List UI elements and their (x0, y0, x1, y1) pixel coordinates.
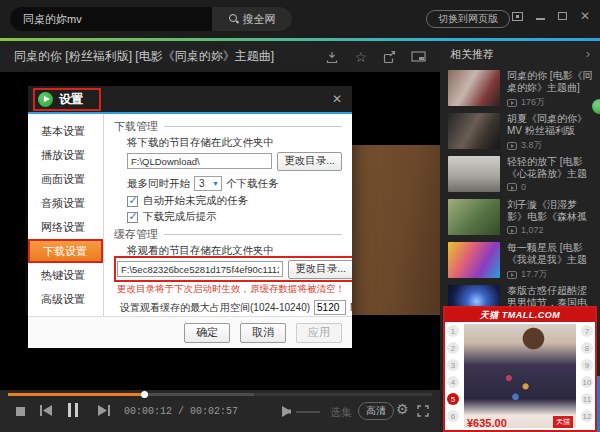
volume-slider[interactable] (296, 411, 320, 413)
ad-page-number[interactable]: 4 (447, 376, 459, 388)
related-item[interactable]: 胡夏《同桌的你》MV 粉丝福利版 3.8万 (440, 110, 600, 153)
chevron-right-icon[interactable]: › (586, 47, 590, 61)
minimize-icon[interactable] (536, 18, 545, 20)
notify-label: 下载完成后提示 (143, 210, 217, 224)
ad-pager-left: 1 2 3 4 5 6 (447, 325, 459, 422)
related-item[interactable]: 刘子漩《泪湿梦影》电影《森林孤影》主题 1,072 (440, 196, 600, 239)
dialog-close-icon[interactable]: ✕ (322, 92, 352, 106)
next-button[interactable] (98, 405, 110, 416)
dialog-title-annotation-box: 设置 (33, 88, 101, 111)
pause-button[interactable] (68, 403, 78, 417)
search-bar: 搜全网 (10, 7, 292, 31)
download-change-dir-button[interactable]: 更改目录... (277, 152, 342, 171)
video-thumbnail (448, 70, 500, 106)
nav-item-picture[interactable]: 画面设置 (28, 167, 103, 191)
video-title: 同桌的你 [粉丝福利版] [电影《同桌的妳》主题曲] (14, 48, 274, 65)
sidebar-header: 相关推荐 › (440, 41, 600, 67)
favorite-star-icon[interactable]: ☆ (354, 50, 367, 64)
video-header: 同桌的你 [粉丝福利版] [电影《同桌的妳》主题曲] ☆ (0, 41, 440, 72)
max-tasks-prefix: 最多同时开始 (127, 177, 190, 191)
related-item[interactable]: 同桌的你 [电影《同桌的妳》主题曲] 176万 (440, 67, 600, 110)
views-play-icon (507, 226, 517, 234)
mini-player-icon[interactable] (411, 50, 426, 63)
notify-checkbox[interactable] (127, 212, 138, 223)
episodes-button[interactable]: 选集 (330, 405, 352, 420)
search-icon (229, 14, 239, 24)
switch-to-web-button[interactable]: 切换到网页版 (426, 10, 510, 28)
nav-item-download[interactable]: 下载设置 (28, 239, 103, 263)
ad-page-number[interactable]: 9 (581, 359, 593, 371)
tmall-ad-brand: 天猫 TMALL.COM (445, 308, 595, 322)
nav-item-hotkeys[interactable]: 热键设置 (28, 263, 103, 287)
ad-page-number[interactable]: 7 (581, 325, 593, 337)
views-play-icon (507, 142, 517, 150)
cache-folder-input[interactable] (117, 261, 283, 277)
ad-product-image[interactable] (464, 324, 576, 428)
quality-button[interactable]: 高清 (358, 402, 394, 420)
max-tasks-select[interactable]: 3▼ (194, 176, 222, 191)
video-thumbnail (448, 156, 500, 192)
nav-item-audio[interactable]: 音频设置 (28, 191, 103, 215)
app-window: 搜全网 切换到网页版 ✕ 同桌的你 [粉丝福利版] [电影《同桌的妳》主题曲] … (0, 0, 600, 432)
notify-row: 下载完成后提示 (127, 210, 342, 224)
maximize-icon[interactable] (558, 12, 567, 20)
dialog-title: 设置 (59, 91, 83, 108)
ad-page-number[interactable]: 8 (581, 342, 593, 354)
volume-icon[interactable] (280, 406, 292, 417)
related-item[interactable]: 轻轻的放下 [电影《心花路放》主题曲] 0 (440, 153, 600, 196)
previous-button[interactable] (40, 405, 52, 416)
cancel-button[interactable]: 取消 (240, 323, 286, 343)
stop-button[interactable] (16, 407, 25, 416)
max-tasks-suffix: 个下载任务 (226, 177, 279, 191)
search-button-label: 搜全网 (243, 12, 276, 27)
download-icon[interactable] (325, 50, 339, 64)
cache-change-dir-button[interactable]: 更改目录... (288, 260, 352, 279)
views-count: 1,072 (521, 225, 544, 235)
ad-page-number[interactable]: 1 (447, 325, 459, 337)
settings-content: 下载管理 将下载的节目存储在此文件夹中 更改目录... 最多同时开始 3▼ 个下… (104, 114, 352, 316)
nav-item-playback[interactable]: 播放设置 (28, 143, 103, 167)
fullscreen-icon[interactable] (417, 405, 429, 417)
video-thumbnail (448, 199, 500, 235)
auto-start-row: 自动开始未完成的任务 (127, 194, 342, 208)
window-controls: ✕ (512, 11, 590, 21)
nav-item-basic[interactable]: 基本设置 (28, 119, 103, 143)
tmall-badge: 天猫 (553, 416, 573, 428)
download-folder-input[interactable] (127, 153, 272, 169)
share-icon[interactable] (382, 50, 396, 64)
close-icon[interactable]: ✕ (580, 11, 590, 21)
ok-button[interactable]: 确定 (184, 323, 230, 343)
ad-page-number[interactable]: 3 (447, 359, 459, 371)
player-settings-gear-icon[interactable]: ⚙ (396, 402, 409, 416)
floating-widget-icon[interactable] (592, 99, 600, 114)
views-count: 17.7万 (521, 268, 548, 281)
progress-bar[interactable] (8, 393, 432, 396)
nav-item-advanced[interactable]: 高级设置 (28, 287, 103, 311)
ad-page-number[interactable]: 12 (581, 410, 593, 422)
related-item-title: 轻轻的放下 [电影《心花路放》主题曲] (507, 156, 596, 180)
sidebar-title: 相关推荐 (450, 47, 494, 62)
ad-page-number[interactable]: 11 (581, 393, 593, 405)
ad-page-number-active[interactable]: 5 (447, 393, 459, 405)
ad-page-number[interactable]: 2 (447, 342, 459, 354)
views-count: 3.8万 (521, 139, 543, 152)
cache-folder-row-annotated: 更改目录... (117, 259, 352, 279)
related-item[interactable]: 每一颗星辰 [电影《我就是我》主题曲] 17.7万 (440, 239, 600, 282)
auto-start-checkbox[interactable] (127, 196, 138, 207)
related-item-title: 每一颗星辰 [电影《我就是我》主题曲] (507, 242, 596, 266)
ad-page-number[interactable]: 6 (447, 410, 459, 422)
search-button[interactable]: 搜全网 (212, 7, 292, 31)
apply-button[interactable]: 应用 (296, 323, 342, 343)
cache-warning-text: 更改目录将于下次启动时生效，原缓存数据将被清空！ (117, 283, 342, 295)
cache-space-input[interactable] (314, 300, 346, 315)
ad-page-number[interactable]: 10 (581, 376, 593, 388)
views-play-icon (507, 99, 517, 107)
cache-space-unit: MB (350, 302, 352, 313)
search-input[interactable] (10, 7, 212, 31)
nav-item-network[interactable]: 网络设置 (28, 215, 103, 239)
settings-dialog: 设置 ✕ 基本设置 播放设置 画面设置 音频设置 网络设置 下载设置 热键设置 … (28, 86, 352, 348)
progress-handle[interactable] (141, 391, 148, 398)
max-tasks-row: 最多同时开始 3▼ 个下载任务 (127, 175, 342, 192)
select-arrow-icon: ▼ (212, 180, 221, 187)
mini-mode-icon[interactable] (512, 12, 523, 21)
